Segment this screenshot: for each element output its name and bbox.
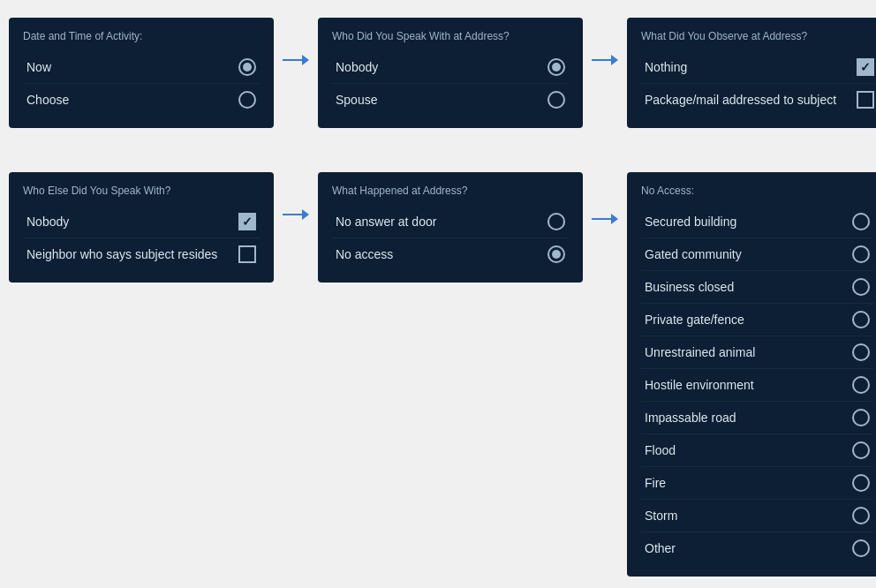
- option-no-access[interactable]: No access: [332, 238, 569, 270]
- happened-panel: What Happened at Address? No answer at d…: [318, 172, 583, 283]
- option-gated-community-label: Gated community: [645, 247, 742, 261]
- who-else-panel: Who Else Did You Speak With? Nobody ✓ Ne…: [9, 172, 274, 283]
- observe-panel: What Did You Observe at Address? Nothing…: [627, 18, 876, 128]
- option-nothing-label: Nothing: [645, 60, 687, 74]
- option-spouse-label: Spouse: [336, 93, 377, 107]
- date-time-title: Date and Time of Activity:: [23, 30, 260, 42]
- option-choose-label: Choose: [26, 93, 69, 107]
- radio-storm[interactable]: [852, 507, 870, 524]
- radio-private-gate[interactable]: [852, 311, 870, 328]
- no-access-title: No Access:: [641, 185, 873, 197]
- option-fire-label: Fire: [645, 476, 666, 490]
- radio-no-answer[interactable]: [548, 213, 565, 230]
- arrow-4: [583, 212, 627, 226]
- radio-nobody-speak[interactable]: [548, 58, 565, 76]
- option-flood-label: Flood: [645, 443, 676, 457]
- arrow-2: [583, 53, 627, 67]
- option-neighbor-label: Neighbor who says subject resides: [26, 247, 217, 261]
- option-fire[interactable]: Fire: [641, 467, 873, 500]
- option-now-label: Now: [26, 60, 51, 74]
- option-nobody-speak-label: Nobody: [336, 60, 378, 74]
- radio-hostile-environment[interactable]: [852, 376, 870, 394]
- option-neighbor[interactable]: Neighbor who says subject resides: [23, 238, 260, 270]
- checkbox-neighbor[interactable]: [238, 245, 256, 263]
- radio-business-closed[interactable]: [852, 278, 870, 296]
- option-other[interactable]: Other: [641, 532, 873, 564]
- checkbox-nobody-else[interactable]: ✓: [238, 213, 256, 230]
- option-hostile-environment[interactable]: Hostile environment: [641, 369, 873, 402]
- radio-fire[interactable]: [852, 474, 870, 492]
- option-unrestrained-animal[interactable]: Unrestrained animal: [641, 336, 873, 369]
- option-package[interactable]: Package/mail addressed to subject: [641, 84, 876, 116]
- option-unrestrained-animal-label: Unrestrained animal: [645, 345, 755, 359]
- option-nothing[interactable]: Nothing ✓: [641, 51, 876, 84]
- radio-gated-community[interactable]: [852, 245, 870, 263]
- speak-with-panel: Who Did You Speak With at Address? Nobod…: [318, 18, 583, 128]
- option-other-label: Other: [645, 541, 676, 555]
- option-nobody-speak[interactable]: Nobody: [332, 51, 569, 84]
- option-no-answer-label: No answer at door: [336, 215, 436, 229]
- option-business-closed[interactable]: Business closed: [641, 271, 873, 304]
- svg-marker-1: [302, 55, 309, 65]
- svg-marker-5: [302, 209, 309, 220]
- option-storm-label: Storm: [645, 509, 677, 523]
- option-impassable-road[interactable]: Impassable road: [641, 402, 873, 434]
- option-business-closed-label: Business closed: [645, 280, 734, 294]
- svg-marker-7: [611, 214, 618, 224]
- option-hostile-environment-label: Hostile environment: [645, 378, 754, 392]
- option-impassable-road-label: Impassable road: [645, 411, 736, 425]
- arrow-3: [274, 207, 318, 222]
- option-secured-building[interactable]: Secured building: [641, 206, 873, 238]
- option-package-label: Package/mail addressed to subject: [645, 93, 836, 107]
- radio-now-inner: [243, 63, 252, 72]
- option-flood[interactable]: Flood: [641, 434, 873, 467]
- date-time-panel: Date and Time of Activity: Now Choose: [9, 18, 274, 128]
- option-gated-community[interactable]: Gated community: [641, 238, 873, 271]
- radio-no-access[interactable]: [548, 245, 565, 263]
- option-no-answer[interactable]: No answer at door: [332, 206, 569, 238]
- speak-with-title: Who Did You Speak With at Address?: [332, 30, 569, 42]
- radio-unrestrained-animal[interactable]: [852, 343, 870, 361]
- checkbox-package[interactable]: [857, 91, 874, 109]
- option-secured-building-label: Secured building: [645, 215, 736, 229]
- option-now[interactable]: Now: [23, 51, 260, 84]
- radio-nobody-speak-inner: [552, 63, 561, 72]
- svg-marker-3: [611, 55, 618, 65]
- radio-secured-building[interactable]: [852, 213, 870, 230]
- radio-no-access-inner: [552, 250, 561, 259]
- radio-impassable-road[interactable]: [852, 409, 870, 426]
- option-no-access-label: No access: [336, 247, 393, 261]
- option-nobody-else[interactable]: Nobody ✓: [23, 206, 260, 238]
- radio-other[interactable]: [852, 539, 870, 557]
- option-nobody-else-label: Nobody: [26, 215, 69, 229]
- option-private-gate-label: Private gate/fence: [645, 313, 744, 327]
- no-access-panel: No Access: Secured building Gated commun…: [627, 172, 876, 577]
- who-else-title: Who Else Did You Speak With?: [23, 185, 260, 197]
- radio-choose[interactable]: [238, 91, 256, 109]
- observe-title: What Did You Observe at Address?: [641, 30, 876, 42]
- arrow-1: [274, 53, 318, 67]
- option-private-gate[interactable]: Private gate/fence: [641, 304, 873, 336]
- radio-now[interactable]: [238, 58, 256, 76]
- radio-spouse[interactable]: [548, 91, 565, 109]
- radio-flood[interactable]: [852, 441, 870, 459]
- checkbox-nobody-else-check: ✓: [242, 215, 253, 228]
- option-spouse[interactable]: Spouse: [332, 84, 569, 116]
- checkbox-nothing-check: ✓: [860, 61, 871, 73]
- checkbox-nothing[interactable]: ✓: [857, 58, 874, 76]
- happened-title: What Happened at Address?: [332, 185, 569, 197]
- option-storm[interactable]: Storm: [641, 500, 873, 532]
- option-choose[interactable]: Choose: [23, 84, 260, 116]
